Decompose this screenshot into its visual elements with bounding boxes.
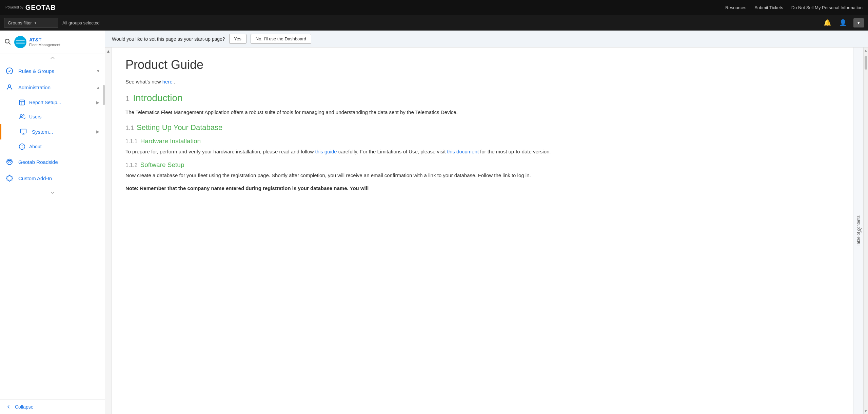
svg-rect-4: [20, 100, 25, 105]
sidebar-item-administration[interactable]: Administration ▴: [0, 79, 105, 95]
user-dropdown-button[interactable]: ▾: [853, 18, 864, 27]
admin-chevron-icon: ▴: [97, 84, 99, 90]
geotab-roadside-label: Geotab Roadside: [18, 159, 99, 165]
groups-filter-label: Groups filter: [8, 20, 32, 25]
notification-icon[interactable]: 🔔: [822, 18, 832, 28]
section-1-1-2-heading: 1.1.2 Software Setup: [125, 161, 840, 169]
scroll-down-btn[interactable]: ▼: [863, 408, 868, 414]
administration-label: Administration: [18, 84, 92, 90]
svg-rect-7: [21, 129, 26, 133]
doc-content-wrapper: ▲ Product Guide See what's new here . 1 …: [105, 48, 868, 414]
svg-point-3: [8, 85, 11, 87]
collapse-label: Collapse: [15, 404, 33, 410]
section-1-1-1-body: To prepare for, perform and verify your …: [125, 148, 840, 156]
users-icon: [18, 113, 26, 120]
system-arrow-icon: ▶: [96, 129, 99, 134]
sidebar-scroll-up: [0, 54, 105, 61]
system-label: System...: [32, 129, 53, 135]
doc-note: Note: Remember that the company name ent…: [125, 184, 840, 192]
search-button[interactable]: [4, 38, 11, 46]
doc-title: Product Guide: [125, 58, 840, 72]
startup-question: Would you like to set this page as your …: [112, 36, 225, 42]
sidebar: AT&T Fleet Management Rules & Groups ▾: [0, 31, 105, 414]
report-setup-label: Report Setup...: [29, 100, 61, 105]
section-1-1-heading: 1.1 Setting Up Your Database: [125, 123, 840, 132]
section-1-1-2-body: Now create a database for your fleet usi…: [125, 171, 840, 180]
section-1-heading: 1 Introduction: [125, 93, 840, 104]
sidebar-item-system[interactable]: System... ▶: [0, 124, 105, 139]
svg-line-1: [9, 42, 11, 44]
rules-chevron-icon: ▾: [97, 68, 99, 74]
sidebar-item-geotab-roadside[interactable]: Geotab Roadside: [0, 154, 105, 170]
filter-chevron-icon: ▾: [35, 21, 36, 25]
users-label: Users: [29, 114, 42, 119]
filter-bar-right: 🔔 👤 ▾: [822, 18, 864, 28]
about-label: About: [29, 144, 42, 149]
about-icon: [18, 143, 26, 150]
this-guide-link[interactable]: this guide: [315, 149, 337, 154]
sidebar-item-rules-groups[interactable]: Rules & Groups ▾: [0, 63, 105, 79]
powered-by-text: Powered by: [5, 5, 23, 10]
main-layout: AT&T Fleet Management Rules & Groups ▾: [0, 31, 868, 414]
do-not-sell-link[interactable]: Do Not Sell My Personal Information: [791, 5, 863, 10]
scroll-up-btn[interactable]: ▲: [863, 48, 868, 53]
top-nav-left: Powered by GEOTAB: [5, 4, 56, 12]
toc-chevron-icon: [859, 228, 863, 234]
doc-scroll-controls: ▲: [105, 48, 112, 414]
here-link[interactable]: here: [162, 79, 173, 84]
addon-icon: [5, 174, 14, 182]
section-1-body: The Telematics Fleet Management Applicat…: [125, 108, 840, 116]
roadside-icon: [5, 158, 14, 166]
sidebar-scroll-down[interactable]: [0, 188, 105, 197]
sidebar-header: AT&T Fleet Management: [0, 31, 105, 54]
section-1-1-1-heading: 1.1.1 Hardware Installation: [125, 137, 840, 145]
content-area: Would you like to set this page as your …: [105, 31, 868, 414]
sidebar-scrollbar[interactable]: [103, 85, 105, 105]
user-name-label: ▾: [857, 20, 860, 25]
sidebar-item-about[interactable]: About: [0, 139, 105, 154]
top-nav-links: Resources Submit Tickets Do Not Sell My …: [725, 5, 863, 10]
admin-icon: [5, 83, 14, 91]
brand-logo: AT&T Fleet Management: [14, 36, 60, 48]
filter-bar: Groups filter ▾ All groups selected 🔔 👤 …: [0, 15, 868, 31]
svg-point-6: [23, 115, 24, 116]
report-arrow-icon: ▶: [96, 100, 99, 105]
svg-point-5: [20, 115, 22, 117]
scrollbar-thumb[interactable]: [865, 56, 867, 70]
sidebar-collapse-button[interactable]: Collapse: [0, 399, 105, 414]
yes-button[interactable]: Yes: [229, 34, 246, 44]
resources-link[interactable]: Resources: [725, 5, 746, 10]
custom-add-in-label: Custom Add-In: [18, 175, 99, 181]
user-icon[interactable]: 👤: [838, 18, 848, 28]
doc-scroll-up-arrow[interactable]: ▲: [105, 48, 112, 55]
rules-groups-label: Rules & Groups: [18, 68, 92, 74]
no-dashboard-button[interactable]: No, I'll use the Dashboard: [251, 34, 311, 44]
geotab-wordmark: GEOTAB: [25, 4, 56, 12]
filter-selected-text: All groups selected: [62, 20, 818, 25]
groups-filter-button[interactable]: Groups filter ▾: [4, 18, 58, 28]
sidebar-item-custom-add-in[interactable]: Custom Add-In: [0, 170, 105, 186]
submit-tickets-link[interactable]: Submit Tickets: [754, 5, 783, 10]
sidebar-item-users[interactable]: Users: [0, 110, 105, 124]
rules-icon: [5, 67, 14, 75]
report-icon: [18, 99, 26, 106]
brand-name-main: AT&T: [29, 37, 60, 43]
doc-subtitle: See what's new here .: [125, 79, 840, 84]
system-icon: [20, 128, 27, 135]
brand-name-sub: Fleet Management: [29, 43, 60, 47]
startup-banner: Would you like to set this page as your …: [105, 31, 868, 48]
brand-name: AT&T Fleet Management: [29, 37, 60, 47]
geotab-logo: Powered by GEOTAB: [5, 4, 56, 12]
nav-section: Rules & Groups ▾ Administration ▴: [0, 61, 105, 188]
att-logo: [14, 36, 26, 48]
document-content: Product Guide See what's new here . 1 In…: [112, 48, 853, 414]
toc-sidebar[interactable]: Table of contents: [853, 48, 863, 414]
top-navigation: Powered by GEOTAB Resources Submit Ticke…: [0, 0, 868, 15]
doc-right-scrollbar: ▲ ▼: [863, 48, 868, 414]
this-document-link[interactable]: this document: [447, 149, 479, 154]
sidebar-item-report-setup[interactable]: Report Setup... ▶: [0, 95, 105, 110]
